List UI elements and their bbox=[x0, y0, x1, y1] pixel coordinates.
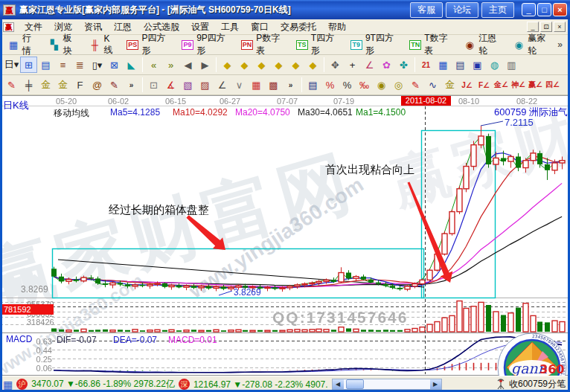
toolbar2-calendar-button[interactable]: 21 bbox=[417, 57, 435, 73]
toolbar2-hand-tool-button[interactable]: ✥ bbox=[327, 57, 344, 73]
toolbar2-mini-chart-3-button[interactable]: ≡ bbox=[54, 57, 71, 73]
toolbar2-pink-brain-tool-button[interactable]: ✿ bbox=[378, 57, 395, 73]
toolbar3-gold-underline-button[interactable]: 金 bbox=[441, 77, 458, 93]
chart-scrollbar[interactable]: ◀ ▶ bbox=[332, 379, 442, 390]
toolbar1-overflow-chevron[interactable]: » bbox=[557, 39, 567, 50]
t-square-icon: TS bbox=[296, 40, 308, 50]
toolbar1-quotes-label: 行情 bbox=[22, 32, 39, 57]
toolbar3-si-angle-button[interactable]: 四∠ bbox=[544, 77, 561, 93]
toolbar1-gann-wheel-button[interactable]: ◉江恩轮 bbox=[459, 30, 508, 59]
toolbar2-separator bbox=[414, 57, 415, 72]
toolbar2-diamond-up-button[interactable]: ◆ bbox=[287, 57, 304, 73]
toolbar2-candle-style-button[interactable]: ▯▾ bbox=[89, 57, 106, 73]
toolbar3-v-lines-button[interactable]: ∨ bbox=[231, 77, 248, 93]
chart-area: 赢家财富网 赢家财富网 www.yingjia360.com www.yingj… bbox=[0, 95, 570, 376]
toolbar3-permille-line-button[interactable]: ‰ bbox=[356, 77, 373, 93]
toolbar1-p-square-button[interactable]: PSP四方形 bbox=[122, 30, 177, 59]
toolbar3-red-grid-1-button[interactable]: ▦ bbox=[248, 77, 265, 93]
toolbar2-diamond-left-button[interactable]: ◆ bbox=[253, 57, 270, 73]
toolbar3-price-table-button[interactable]: ▤ bbox=[304, 77, 321, 93]
toolbar2-separator bbox=[142, 57, 143, 72]
toolbar2-color-mountain-button[interactable]: ◣ bbox=[123, 57, 140, 73]
toolbar3-gold-angle-button[interactable]: 金∠ bbox=[493, 77, 510, 93]
scroll-right-arrow[interactable]: ▶ bbox=[430, 379, 441, 389]
toolbar2-net-pc-button[interactable]: ◍ bbox=[486, 57, 503, 73]
toolbar1-p-table-button[interactable]: PNP数字表 bbox=[237, 30, 292, 59]
toolbar2-period-day-button[interactable]: 日▾ bbox=[3, 57, 20, 73]
toolbar2-prev-bar-button[interactable]: ◀ bbox=[179, 57, 196, 73]
toolbar2-calculator-button[interactable]: ▦ bbox=[435, 57, 452, 73]
toolbar2-crosshair-tool-button[interactable]: + bbox=[344, 57, 361, 73]
toolbar1-9t-square-button[interactable]: T99T四方形 bbox=[346, 30, 405, 59]
toolbar1-t-square-button[interactable]: TST四方形 bbox=[292, 30, 346, 59]
toolbar2-goto-first-button[interactable]: « bbox=[145, 57, 162, 73]
toolbar3-pen-ruler-button[interactable]: ✎ bbox=[106, 77, 123, 93]
toolbar1-t-table-button[interactable]: TNT数字表 bbox=[405, 30, 459, 59]
toolbar2-angle-tool-button[interactable]: ∠ bbox=[361, 57, 378, 73]
toolbar1-kline-button[interactable]: ╫K线 bbox=[84, 32, 122, 58]
toolbar2-diamond-expand-button[interactable]: ◆ bbox=[219, 57, 236, 73]
customer-service-button[interactable]: 客服 bbox=[410, 2, 443, 18]
ma-title: 移动均线 bbox=[54, 107, 89, 120]
toolbar3-gold-grid-2-button[interactable]: 金 bbox=[54, 77, 71, 93]
toolbar3-f-ruler-button[interactable]: F bbox=[71, 77, 89, 93]
toolbar3-red-grid-2-button[interactable]: ▩ bbox=[265, 77, 282, 93]
toolbar3-percent-fan-button[interactable]: % bbox=[321, 77, 339, 93]
toolbar3-f-angle-button[interactable]: F∠ bbox=[475, 77, 493, 93]
maximize-button[interactable]: □ bbox=[537, 3, 551, 16]
scrollbar-thumb[interactable] bbox=[346, 379, 364, 389]
toolbar3-spiral-button[interactable]: @ bbox=[89, 77, 106, 93]
toolbar3-marker-pen-button[interactable]: ✎ bbox=[407, 77, 424, 93]
scrollbar-track[interactable] bbox=[344, 379, 430, 389]
toolbar3-j-angle-button[interactable]: J∠ bbox=[458, 77, 475, 93]
toolbar3-gold-grid-1-button[interactable]: 金 bbox=[37, 77, 54, 93]
toolbar3-angle-lines-button[interactable]: ∠ bbox=[214, 77, 231, 93]
toolbar3-box-tool-button[interactable]: ⊡ bbox=[145, 77, 162, 93]
market-grid-icon[interactable]: ▦ bbox=[3, 379, 13, 390]
toolbar2-diamond-right-button[interactable]: ◆ bbox=[270, 57, 287, 73]
ma20-value: Ma20=4.0750 bbox=[235, 107, 290, 118]
watermark-qq: QQ:1731457646 bbox=[272, 309, 408, 327]
shenzhen-index-text: 12164.97 ▼-278.08 -2.23% 4907. bbox=[193, 379, 328, 390]
minimize-button[interactable]: _ bbox=[522, 3, 536, 16]
toolbar3-overflow-b-button[interactable]: » bbox=[282, 77, 299, 93]
kline-chart-canvas[interactable] bbox=[0, 96, 570, 376]
toolbar2-save-button[interactable]: ▣ bbox=[469, 57, 486, 73]
toolbar2-quote-board-button[interactable]: ▤ bbox=[37, 57, 54, 73]
box-low-label: 3.8269 bbox=[234, 287, 261, 298]
toolbar3-wave-button[interactable]: ∿ bbox=[424, 77, 441, 93]
toolbar1-9p-square-button[interactable]: P99P四方形 bbox=[177, 30, 237, 59]
toolbar3-box-fan-2-button[interactable]: ▨ bbox=[196, 77, 214, 93]
toolbar3-win-angle-button[interactable]: 赢∠ bbox=[527, 77, 544, 93]
toolbar3-overflow-a-button[interactable]: » bbox=[123, 77, 140, 93]
toolbar2-diamond-down-button[interactable]: ◆ bbox=[304, 57, 321, 73]
toolbar2-window-overlay-button[interactable]: ⊠ bbox=[106, 57, 123, 73]
toolbar3-shen-angle-button[interactable]: 神∠ bbox=[510, 77, 527, 93]
toolbar1-quotes-button[interactable]: ▦行情 bbox=[3, 30, 44, 59]
toolbar2-pc-button[interactable]: ▥ bbox=[503, 57, 520, 73]
toolbar2-next-bar-button[interactable]: ▶ bbox=[196, 57, 214, 73]
toolbar2-teal-brain-tool-button[interactable]: ✤ bbox=[395, 57, 412, 73]
toolbar1-winner-wheel-button[interactable]: ◉赢家轮 bbox=[508, 30, 557, 59]
toolbar3-brush-button[interactable]: ✎ bbox=[3, 77, 20, 93]
toolbar2-notebook-button[interactable]: ▤ bbox=[452, 57, 469, 73]
scroll-left-arrow[interactable]: ◀ bbox=[333, 379, 344, 389]
toolbar1-t-square-label: T四方形 bbox=[311, 32, 342, 57]
toolbar3-gann-fan-button[interactable]: ∡ bbox=[162, 77, 179, 93]
close-button[interactable]: × bbox=[553, 3, 567, 16]
toolbar3-gold-circle-button[interactable]: ◉ bbox=[373, 77, 390, 93]
toolbar2-chart-layout-button[interactable]: ⊞ bbox=[20, 57, 37, 73]
toolbar2-diamond-shrink-button[interactable]: ◆ bbox=[236, 57, 253, 73]
homepage-button[interactable]: 主页 bbox=[481, 2, 514, 18]
toolbar3-grid-ruler-button[interactable]: ╪ bbox=[20, 77, 37, 93]
forum-button[interactable]: 论坛 bbox=[446, 2, 478, 18]
toolbar2-mini-chart-9-button[interactable]: ≣ bbox=[71, 57, 89, 73]
macd-axis-3: 0.25 bbox=[30, 355, 52, 364]
toolbar3-box-fan-1-button[interactable]: ▧ bbox=[179, 77, 196, 93]
toolbar3-gold-section-button[interactable]: ◎ bbox=[390, 77, 407, 93]
toolbar3-percent-button[interactable]: % bbox=[339, 77, 356, 93]
toolbar1-sectors-button[interactable]: ▚板块 bbox=[44, 30, 85, 59]
macd-axis-1: 0.63 bbox=[30, 337, 52, 346]
toolbar2-goto-last-button[interactable]: » bbox=[162, 57, 179, 73]
cursor-date-badge: 2011-08-02 bbox=[401, 96, 451, 106]
